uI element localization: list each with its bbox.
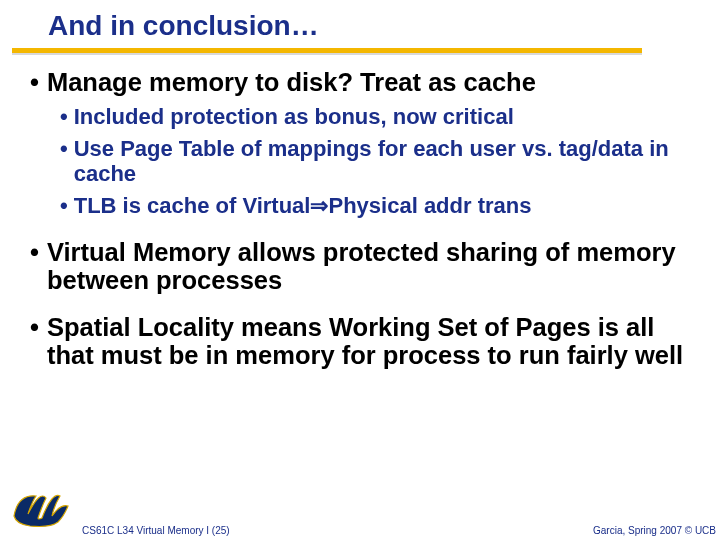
bullet-text: Included protection as bonus, now critic… <box>74 105 514 130</box>
bullet-text: Virtual Memory allows protected sharing … <box>47 239 698 294</box>
bullet-text: Spatial Locality means Working Set of Pa… <box>47 314 698 369</box>
arrow-icon: ⇒ <box>310 193 328 218</box>
bullet-dot-icon: • <box>30 239 39 294</box>
text-fragment: TLB is cache of Virtual <box>74 193 311 218</box>
bullet-dot-icon: • <box>60 137 68 186</box>
title-underline <box>12 48 720 55</box>
bullet-dot-icon: • <box>30 314 39 369</box>
footer-left-text: CS61C L34 Virtual Memory I (25) <box>82 525 230 536</box>
bullet-level2: • Included protection as bonus, now crit… <box>60 105 698 130</box>
bullet-dot-icon: • <box>30 69 39 97</box>
bullet-text: Manage memory to disk? Treat as cache <box>47 69 536 97</box>
bullet-dot-icon: • <box>60 194 68 219</box>
footer: CS61C L34 Virtual Memory I (25) Garcia, … <box>0 484 720 540</box>
bullet-level2: • TLB is cache of Virtual⇒Physical addr … <box>60 194 698 219</box>
footer-right-text: Garcia, Spring 2007 © UCB <box>593 525 716 536</box>
bullet-level1: • Virtual Memory allows protected sharin… <box>30 239 698 294</box>
title-area: And in conclusion… <box>0 0 720 42</box>
cal-logo-icon <box>8 486 76 530</box>
text-fragment: Use Page Table of mappings <box>74 136 378 161</box>
bullet-dot-icon: • <box>60 105 68 130</box>
slide-title: And in conclusion… <box>48 10 720 42</box>
bullet-level1: • Spatial Locality means Working Set of … <box>30 314 698 369</box>
slide: And in conclusion… • Manage memory to di… <box>0 0 720 540</box>
content-area: • Manage memory to disk? Treat as cache … <box>0 55 720 369</box>
bullet-text: TLB is cache of Virtual⇒Physical addr tr… <box>74 194 532 219</box>
text-fragment: Physical addr trans <box>328 193 531 218</box>
bullet-level1: • Manage memory to disk? Treat as cache <box>30 69 698 97</box>
bullet-text: Use Page Table of mappings for each user… <box>74 137 698 186</box>
bullet-level2: • Use Page Table of mappings for each us… <box>60 137 698 186</box>
text-fragment: for each user <box>378 136 522 161</box>
